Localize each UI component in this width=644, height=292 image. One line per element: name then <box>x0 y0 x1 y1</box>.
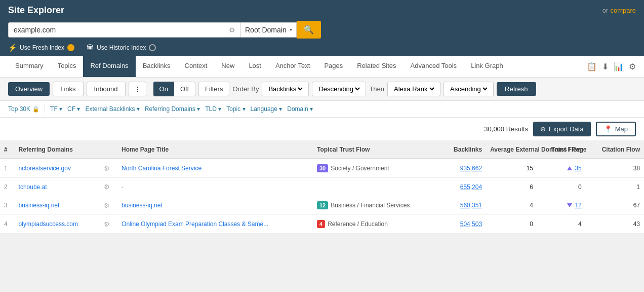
filter-ext-backlinks[interactable]: External Backlinks ▾ <box>85 105 139 113</box>
row-3-topic: 12 Business / Financial Services <box>313 196 440 215</box>
row-1-domain: ncforestservice.gov <box>15 159 100 178</box>
order-dir-dropdown[interactable]: Descending <box>316 85 361 93</box>
tab-advanced-tools[interactable]: Advanced Tools <box>404 56 464 77</box>
fresh-index-radio[interactable] <box>67 44 74 51</box>
filter-tf[interactable]: TF ▾ <box>50 105 62 113</box>
gear-icon-4[interactable]: ⚙ <box>104 221 110 228</box>
inbound-button[interactable]: Inbound <box>87 82 126 96</box>
row-1-citation-flow: 38 <box>586 159 644 178</box>
filter-ref-domains[interactable]: Referring Domains ▾ <box>145 105 200 113</box>
historic-index-radio[interactable] <box>149 44 156 51</box>
domain-type-select[interactable]: Root Domain ▾ <box>241 22 297 38</box>
settings-icon[interactable]: ⚙ <box>229 26 235 34</box>
tab-context[interactable]: Context <box>178 56 215 77</box>
col-num: # <box>0 141 15 159</box>
row-3-domain-link[interactable]: business-iq.net <box>19 202 60 209</box>
filter-cf[interactable]: CF ▾ <box>67 105 80 113</box>
refresh-button[interactable]: Refresh <box>497 82 536 96</box>
filters-button[interactable]: Filters <box>198 82 229 96</box>
filter-tld[interactable]: TLD ▾ <box>205 105 221 113</box>
row-1-title-link[interactable]: North Carolina Forest Service <box>122 165 202 172</box>
then-by-dropdown[interactable]: Alexa Rank <box>392 85 436 93</box>
links-button[interactable]: Links <box>53 82 83 96</box>
export-button[interactable]: ⊕ Export Data <box>533 122 591 136</box>
row-3-backlinks: 560,351 <box>440 196 486 215</box>
order-by-dropdown[interactable]: Backlinks <box>266 85 304 93</box>
search-input[interactable] <box>14 26 229 34</box>
nav-icons: 📋 ⬇ 📊 ⚙ <box>587 62 636 71</box>
filter-domain[interactable]: Domain ▾ <box>287 105 313 113</box>
historic-index-label: Use Historic Index <box>97 44 146 51</box>
row-3-backlinks-link[interactable]: 560,351 <box>460 202 482 209</box>
row-1-topic-num: 30 <box>317 164 328 172</box>
gear-icon-1[interactable]: ⚙ <box>104 165 110 172</box>
more-options-button[interactable]: ⋮ <box>129 82 146 96</box>
tab-backlinks[interactable]: Backlinks <box>136 56 178 77</box>
row-2-avg-ext: 6 <box>486 178 537 196</box>
tab-link-graph[interactable]: Link Graph <box>464 56 510 77</box>
row-3-topic-num: 12 <box>317 201 328 209</box>
tab-ref-domains[interactable]: Ref Domains <box>83 56 135 77</box>
row-4-backlinks-link[interactable]: 504,503 <box>460 221 482 228</box>
then-dir-select[interactable]: Ascending <box>444 82 494 96</box>
table-row: 3 business-iq.net ⚙ business-iq.net 12 B… <box>0 196 644 215</box>
order-by-label: Order By <box>232 85 259 93</box>
row-1-topic-text: Society / Government <box>331 165 389 172</box>
fresh-index-option[interactable]: ⚡ Use Fresh Index <box>8 44 74 52</box>
then-by-select[interactable]: Alexa Rank <box>387 82 440 96</box>
row-1-tf-link[interactable]: 35 <box>575 165 581 172</box>
order-by-select[interactable]: Backlinks <box>262 82 309 96</box>
off-button[interactable]: Off <box>174 82 195 96</box>
row-2-backlinks: 655,204 <box>440 178 486 196</box>
row-2-num: 2 <box>0 178 15 196</box>
tab-topics[interactable]: Topics <box>51 56 84 77</box>
gear-icon-2[interactable]: ⚙ <box>104 183 110 191</box>
row-2-gear: ⚙ <box>100 178 117 196</box>
col-home-title: Home Page Title <box>117 141 313 159</box>
tab-anchor-text[interactable]: Anchor Text <box>268 56 317 77</box>
tab-related-sites[interactable]: Related Sites <box>350 56 403 77</box>
search-button[interactable]: 🔍 <box>297 21 321 39</box>
filter-top30k[interactable]: Top 30K 🔒 <box>8 105 39 113</box>
compare-link[interactable]: compare <box>610 7 636 14</box>
table-row: 4 olympiadsuccess.com ⚙ Online Olympiad … <box>0 215 644 234</box>
tab-lost[interactable]: Lost <box>242 56 268 77</box>
row-4-domain-link[interactable]: olympiadsuccess.com <box>19 221 78 228</box>
clipboard-icon[interactable]: 📋 <box>587 62 597 71</box>
filter-language[interactable]: Language ▾ <box>251 105 283 113</box>
map-icon: 📍 <box>604 125 612 133</box>
row-2-backlinks-link[interactable]: 655,204 <box>460 184 482 191</box>
arrow-down-icon-3 <box>567 203 572 207</box>
on-button[interactable]: On <box>153 82 174 96</box>
col-gear <box>100 141 117 159</box>
top30k-label: Top 30K <box>8 105 30 113</box>
row-2-domain-link[interactable]: tchoube.at <box>19 184 47 191</box>
gear-nav-icon[interactable]: ⚙ <box>629 62 636 71</box>
order-dir-select[interactable]: Descending <box>312 82 366 96</box>
row-1-gear: ⚙ <box>100 159 117 178</box>
tab-summary[interactable]: Summary <box>8 56 51 77</box>
download-icon[interactable]: ⬇ <box>602 62 609 71</box>
index-options: ⚡ Use Fresh Index 🏛 Use Historic Index <box>8 44 636 56</box>
map-button[interactable]: 📍 Map <box>596 122 636 136</box>
row-1-backlinks-link[interactable]: 935,662 <box>460 165 482 172</box>
tab-pages[interactable]: Pages <box>317 56 350 77</box>
row-3-tf-link[interactable]: 12 <box>575 202 581 209</box>
results-bar: 30,000 Results ⊕ Export Data 📍 Map <box>0 118 644 141</box>
row-4-citation-flow: 43 <box>586 215 644 234</box>
filter-topic[interactable]: Topic ▾ <box>226 105 245 113</box>
filter-divider-1 <box>45 105 45 113</box>
row-4-title-link[interactable]: Online Olympiad Exam Preparation Classes… <box>122 221 268 228</box>
overview-button[interactable]: Overview <box>8 82 50 96</box>
chart-icon[interactable]: 📊 <box>614 62 624 71</box>
row-1-domain-link[interactable]: ncforestservice.gov <box>19 165 71 172</box>
tab-new[interactable]: New <box>214 56 242 77</box>
row-4-backlinks: 504,503 <box>440 215 486 234</box>
historic-index-option[interactable]: 🏛 Use Historic Index <box>87 44 156 52</box>
gear-icon-3[interactable]: ⚙ <box>104 202 110 209</box>
header-top: Site Explorer or compare <box>8 5 636 16</box>
search-bar: ⚙ Root Domain ▾ 🔍 <box>8 21 636 39</box>
row-4-topic: 4 Reference / Education <box>313 215 440 234</box>
row-3-title-link[interactable]: business-iq.net <box>122 202 163 209</box>
then-dir-dropdown[interactable]: Ascending <box>448 85 489 93</box>
